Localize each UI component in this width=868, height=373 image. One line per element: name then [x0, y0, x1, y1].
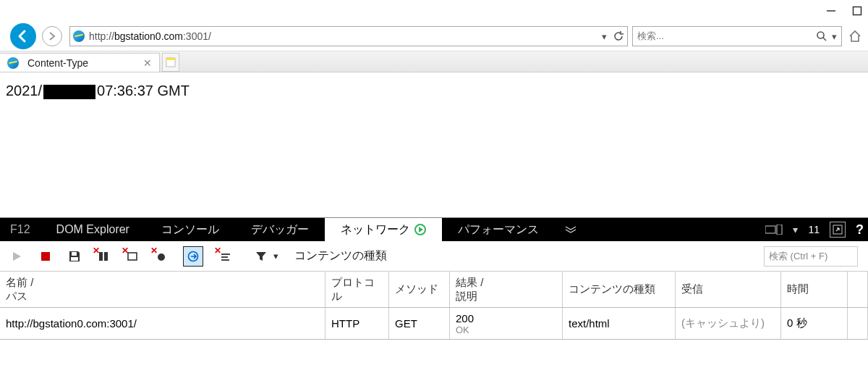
record-indicator-icon: [414, 224, 426, 235]
devtools-search-input[interactable]: 検索 (Ctrl + F): [764, 246, 858, 267]
col-header-rest[interactable]: [848, 272, 868, 307]
clear-session-button[interactable]: ✕: [126, 250, 139, 263]
tab-performance[interactable]: パフォーマンス: [442, 218, 555, 241]
back-button[interactable]: [10, 23, 36, 49]
undock-icon[interactable]: [830, 222, 846, 238]
clear-cache-button[interactable]: ✕: [97, 250, 110, 263]
cell-received: (キャッシュより): [676, 308, 781, 339]
page-content: 2021/07:36:37 GMT: [0, 72, 868, 109]
help-button[interactable]: ?: [856, 222, 864, 238]
tab-close-icon[interactable]: ✕: [143, 57, 152, 69]
svg-rect-13: [104, 252, 108, 261]
col-header-name[interactable]: 名前 / パス: [0, 272, 326, 307]
svg-rect-1: [854, 7, 861, 15]
url-scheme: http://: [89, 30, 114, 42]
always-refresh-button[interactable]: [184, 247, 203, 266]
svg-rect-9: [41, 252, 50, 261]
cell-result: 200 OK: [450, 308, 563, 339]
svg-rect-7: [777, 225, 782, 235]
tab-debugger[interactable]: デバッガー: [235, 218, 325, 241]
col-header-method[interactable]: メソッド: [389, 272, 450, 307]
address-text: http://bgstation0.com:3001/: [89, 30, 211, 42]
clear-entries-button[interactable]: ✕: [218, 250, 231, 263]
refresh-icon[interactable]: [613, 30, 624, 42]
devtools-panel: F12 DOM Explorer コンソール デバッガー ネットワーク パフォー…: [0, 217, 868, 373]
new-tab-button[interactable]: [162, 53, 179, 72]
col-header-result[interactable]: 結果 / 説明: [450, 272, 563, 307]
home-icon[interactable]: [846, 28, 864, 45]
save-icon[interactable]: [68, 250, 81, 263]
minimize-button[interactable]: [826, 6, 836, 16]
col-header-content-type[interactable]: コンテンツの種類: [563, 272, 676, 307]
cell-name: http://bgstation0.com:3001/: [0, 308, 326, 339]
search-dropdown-icon[interactable]: ▾: [832, 31, 837, 42]
devtools-tabstrip: F12 DOM Explorer コンソール デバッガー ネットワーク パフォー…: [0, 218, 868, 241]
devtools-f12-label: F12: [0, 218, 41, 241]
tab-console[interactable]: コンソール: [145, 218, 235, 241]
tab-network-label: ネットワーク: [341, 222, 410, 238]
col-header-received[interactable]: 受信: [676, 272, 781, 307]
dropdown-icon[interactable]: ▾: [602, 31, 607, 42]
network-grid-header: 名前 / パス プロトコル メソッド 結果 / 説明 コンテンツの種類 受信 時…: [0, 272, 868, 308]
content-time: 07:36:37 GMT: [97, 83, 190, 99]
maximize-button[interactable]: [852, 6, 862, 16]
devtools-search-placeholder: 検索 (Ctrl + F): [769, 250, 827, 263]
svg-line-3: [823, 38, 826, 41]
stop-capture-button[interactable]: [39, 250, 52, 263]
col-header-protocol[interactable]: プロトコル: [326, 272, 389, 307]
cell-method: GET: [389, 308, 450, 339]
svg-rect-6: [765, 226, 775, 233]
svg-rect-14: [128, 253, 137, 260]
cell-content-type: text/html: [563, 308, 676, 339]
tab-dom-explorer[interactable]: DOM Explorer: [41, 218, 145, 241]
ie-icon: [7, 57, 19, 69]
svg-point-15: [158, 253, 165, 261]
svg-rect-10: [72, 252, 77, 256]
emulation-icon[interactable]: [765, 225, 783, 235]
tab-performance-label: パフォーマンス: [458, 222, 539, 238]
ie-icon: [73, 30, 85, 42]
cell-protocol: HTTP: [326, 308, 389, 339]
svg-rect-5: [166, 58, 175, 60]
window-titlebar: [0, 0, 868, 22]
content-types-label[interactable]: コンテンツの種類: [294, 248, 387, 264]
url-host: bgstation0.com: [114, 30, 183, 42]
svg-point-2: [817, 32, 824, 38]
tab-network[interactable]: ネットワーク: [325, 218, 442, 241]
browser-toolbar: http://bgstation0.com:3001/ ▾ 検索... ▾: [0, 22, 868, 51]
col-header-time[interactable]: 時間: [781, 272, 848, 307]
network-toolbar: ✕ ✕ ✕ ✕ ▾ コンテンツの種類 検索 (Ctrl + F): [0, 241, 868, 272]
search-icon[interactable]: [816, 30, 827, 42]
svg-rect-11: [71, 257, 78, 261]
search-placeholder: 検索...: [637, 30, 664, 43]
tab-overflow[interactable]: [555, 218, 587, 241]
cell-rest: [848, 308, 868, 339]
clear-cookies-button[interactable]: ✕: [155, 250, 168, 263]
cell-time: 0 秒: [781, 308, 848, 339]
tab-title: Content-Type: [27, 57, 88, 69]
tab-bar: Content-Type ✕: [0, 51, 868, 72]
browser-tab[interactable]: Content-Type ✕: [0, 53, 160, 72]
search-box[interactable]: 検索... ▾: [632, 26, 842, 46]
content-year: 2021: [6, 83, 38, 99]
url-port: :3001/: [183, 30, 211, 42]
error-count[interactable]: 11: [808, 224, 820, 235]
redacted-block: [43, 85, 95, 99]
network-row[interactable]: http://bgstation0.com:3001/ HTTP GET 200…: [0, 308, 868, 340]
address-bar[interactable]: http://bgstation0.com:3001/ ▾: [69, 26, 628, 46]
start-capture-button[interactable]: [10, 250, 23, 263]
forward-button[interactable]: [42, 26, 62, 46]
filter-icon[interactable]: [255, 250, 268, 263]
